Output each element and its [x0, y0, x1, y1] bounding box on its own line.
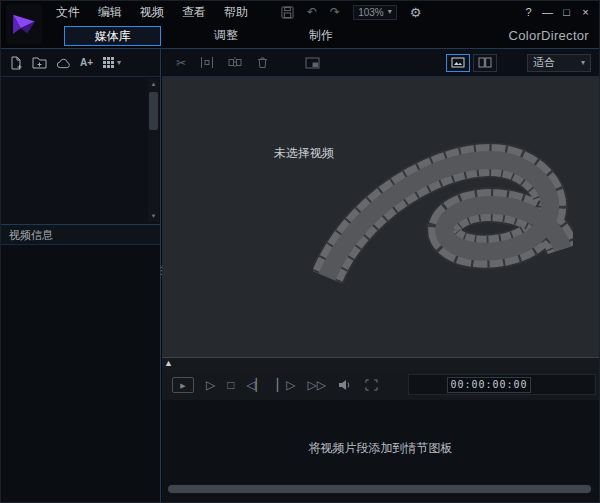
next-frame-button[interactable]: ▏▷ — [277, 379, 295, 391]
menu-video[interactable]: 视频 — [131, 1, 173, 23]
preview-single-view-toggle[interactable] — [446, 54, 470, 72]
timecode-display: 00:00:00:00 — [447, 377, 531, 393]
minimize-button[interactable]: — — [538, 1, 557, 23]
extract-button[interactable] — [305, 57, 320, 69]
delete-button[interactable] — [256, 56, 269, 69]
titlebar-tools: ↶ ↷ 103% ▾ ⚙ — [281, 5, 421, 20]
content-area: A+ ▾ ▲ ▼ 视频信息 — [1, 49, 599, 502]
settings-gear-icon[interactable]: ⚙ — [410, 6, 422, 19]
app-logo-icon — [6, 4, 42, 44]
menu-view[interactable]: 查看 — [173, 1, 215, 23]
seek-bar[interactable]: ▲ — [162, 357, 599, 370]
storyboard-area[interactable]: 将视频片段添加到情节图板 — [162, 400, 599, 502]
volume-button[interactable] — [338, 379, 353, 391]
pip-icon — [305, 57, 320, 69]
mark-in-out-icon — [200, 56, 214, 69]
library-vertical-scrollbar[interactable]: ▲ ▼ — [148, 79, 159, 222]
panel-divider-handle[interactable]: ⋮ — [156, 265, 167, 276]
scrollbar-thumb[interactable] — [149, 92, 158, 130]
trash-icon — [256, 56, 269, 69]
help-button[interactable]: ? — [519, 1, 538, 23]
playback-controls: ▶ ▷ □ ◁▏ ▏▷ ▷▷ — [162, 370, 599, 400]
text-plus-icon: A+ — [80, 57, 93, 68]
grid-view-icon — [102, 56, 115, 69]
import-folder-button[interactable] — [32, 56, 47, 69]
close-button[interactable]: × — [576, 1, 595, 23]
playhead-marker[interactable]: ▲ — [164, 358, 173, 369]
media-library-list[interactable]: ▲ ▼ — [1, 77, 160, 225]
trim-button[interactable]: ✂ — [176, 57, 186, 69]
fullscreen-icon — [365, 379, 378, 391]
tab-media-library[interactable]: 媒体库 — [64, 26, 161, 46]
play-button[interactable]: ▷ — [206, 379, 215, 391]
scrollbar-thumb[interactable] — [168, 485, 591, 493]
menu-edit[interactable]: 编辑 — [89, 1, 131, 23]
module-tab-bar: 媒体库 调整 制作 ColorDirector — [1, 23, 599, 49]
zoom-level-value: 103% — [358, 7, 384, 18]
preview-toolbar: ✂ — [162, 49, 599, 77]
titlebar: 文件 编辑 视频 查看 帮助 ↶ ↷ 103% ▾ ⚙ ? — — [1, 1, 599, 23]
view-controls: 适合 ▾ — [443, 54, 591, 72]
left-panel: A+ ▾ ▲ ▼ 视频信息 — [1, 49, 161, 502]
save-icon[interactable] — [281, 6, 294, 19]
cloud-icon — [56, 57, 71, 69]
brand-name: ColorDirector — [509, 28, 589, 43]
caret-down-icon: ▾ — [581, 59, 585, 67]
menu-help[interactable]: 帮助 — [215, 1, 257, 23]
zoom-fit-value: 适合 — [533, 55, 555, 70]
thumbnail-view-button[interactable]: ▾ — [102, 56, 121, 69]
caret-down-icon: ▾ — [388, 8, 392, 16]
cloud-download-button[interactable] — [56, 57, 71, 69]
mark-in-out-button[interactable] — [200, 56, 214, 69]
window-controls: ? — □ × — [519, 1, 595, 23]
preview-area: 未选择视频 — [162, 77, 599, 357]
zoom-fit-select[interactable]: 适合 ▾ — [527, 54, 591, 72]
single-view-icon — [451, 57, 465, 68]
fullscreen-button[interactable] — [365, 379, 378, 391]
maximize-button[interactable]: □ — [557, 1, 576, 23]
caret-down-icon: ▾ — [117, 59, 121, 67]
app-window: 文件 编辑 视频 查看 帮助 ↶ ↷ 103% ▾ ⚙ ? — — [0, 0, 600, 503]
video-info-header: 视频信息 — [1, 225, 160, 245]
split-button[interactable] — [228, 56, 242, 69]
scroll-up-icon[interactable]: ▲ — [148, 79, 159, 90]
folder-plus-icon — [32, 56, 47, 69]
redo-icon[interactable]: ↷ — [330, 6, 340, 18]
menu-bar: 文件 编辑 视频 查看 帮助 — [47, 1, 257, 23]
tab-adjustment[interactable]: 调整 — [191, 26, 261, 46]
pop-out-player-button[interactable]: ▶ — [172, 377, 194, 393]
scissors-icon: ✂ — [176, 56, 186, 70]
speaker-icon — [338, 379, 353, 391]
fast-forward-button[interactable]: ▷▷ — [307, 379, 325, 391]
boxed-play-icon: ▶ — [180, 382, 185, 389]
filmstrip-graphic — [313, 125, 573, 310]
file-plus-icon — [9, 56, 23, 70]
video-info-panel — [1, 245, 160, 502]
tab-produce[interactable]: 制作 — [286, 26, 356, 46]
zoom-level-dropdown[interactable]: 103% ▾ — [353, 5, 397, 20]
storyboard-horizontal-scrollbar[interactable] — [167, 484, 594, 494]
import-media-button[interactable] — [9, 56, 23, 70]
undo-icon[interactable]: ↶ — [307, 6, 317, 18]
scroll-down-icon[interactable]: ▼ — [148, 211, 159, 222]
timecode-strip: 00:00:00:00 — [408, 374, 596, 395]
preview-dual-view-toggle[interactable] — [473, 54, 497, 72]
text-tool-button[interactable]: A+ — [80, 57, 93, 68]
menu-file[interactable]: 文件 — [47, 1, 89, 23]
right-panel: ✂ — [162, 49, 599, 502]
storyboard-hint: 将视频片段添加到情节图板 — [162, 440, 599, 457]
split-icon — [228, 56, 242, 69]
library-toolbar: A+ ▾ — [1, 49, 160, 77]
previous-frame-button[interactable]: ◁▏ — [246, 379, 264, 391]
stop-button[interactable]: □ — [227, 379, 234, 391]
dual-view-icon — [478, 57, 492, 68]
